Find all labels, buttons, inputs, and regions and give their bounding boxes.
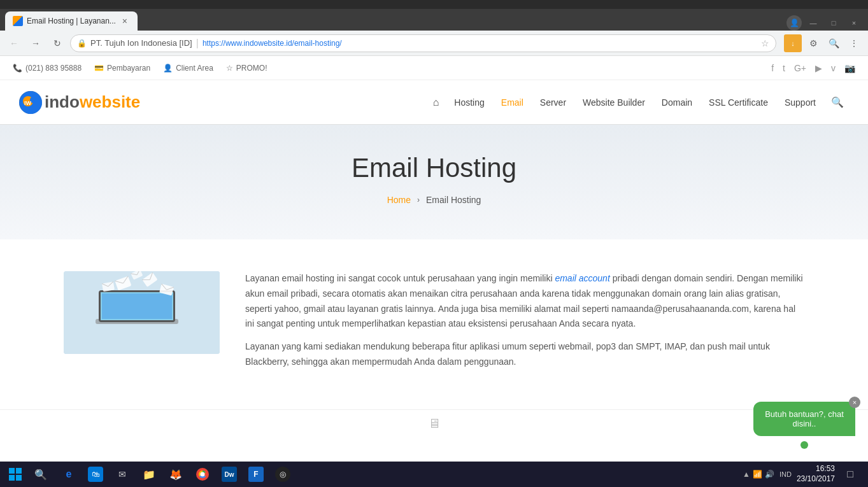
address-domain: PT. Tujuh Ion Indonesia [ID]: [90, 38, 192, 48]
svg-point-30: [201, 472, 205, 477]
youtube-icon[interactable]: ▶: [815, 63, 822, 73]
close-button[interactable]: ×: [845, 16, 863, 30]
svg-rect-24: [9, 468, 15, 474]
menu-dots-button[interactable]: ⋮: [845, 34, 863, 52]
podcast-icon: ◎: [275, 467, 290, 482]
start-button[interactable]: [3, 462, 28, 487]
phone-icon: 📞: [13, 64, 22, 73]
taskbar-clock[interactable]: 16:53 23/10/2017: [797, 464, 835, 484]
address-bar[interactable]: 🔒 PT. Tujuh Ion Indonesia [ID] | https:/…: [70, 34, 776, 52]
client-area-item[interactable]: 👤 Client Area: [163, 64, 213, 73]
chat-indicator-dot: [800, 441, 808, 449]
windows-taskbar: 🔍 e 🛍 ✉ 📁 🦊: [0, 462, 868, 487]
logo-badge: IW: [19, 91, 42, 114]
ie-icon: e: [61, 467, 76, 482]
fb-icon: F: [248, 467, 264, 482]
laptop-illustration: [64, 271, 220, 354]
svg-rect-8: [102, 293, 172, 319]
facebook-icon[interactable]: f: [771, 63, 774, 73]
svg-text:IW: IW: [24, 100, 32, 106]
chrome-icon: [195, 467, 210, 482]
phone-number: (021) 883 95888: [25, 64, 82, 73]
email-hosting-image: [64, 271, 220, 354]
taskbar-app-firefox[interactable]: 🦊: [163, 462, 189, 487]
nav-email[interactable]: Email: [495, 94, 530, 111]
taskbar-app-chrome[interactable]: [190, 462, 215, 487]
scroll-indicator: 🖥: [0, 409, 868, 437]
taskbar-time-display: 16:53: [797, 464, 835, 474]
extension-button-1[interactable]: ↓: [784, 34, 802, 52]
back-button[interactable]: ←: [5, 34, 23, 52]
instagram-icon[interactable]: 📷: [844, 63, 855, 73]
home-nav-icon[interactable]: ⌂: [428, 93, 445, 112]
notification-button[interactable]: □: [840, 464, 860, 484]
maximize-button[interactable]: □: [825, 16, 843, 30]
monitor-icon: 🖥: [428, 416, 441, 431]
hero-section: Email Hosting Home › Email Hosting: [0, 125, 868, 239]
taskbar-app-fb[interactable]: F: [243, 462, 269, 487]
user-profile-button[interactable]: 👤: [786, 15, 802, 31]
tab-bar: Email Hosting | Layanan... × 👤 — □ ×: [0, 9, 868, 31]
chat-bubble[interactable]: × Butuh bantuan?, chat disini..: [753, 402, 855, 436]
content-text: Layanan email hosting ini sangat cocok u…: [245, 271, 804, 378]
vimeo-icon[interactable]: v: [831, 63, 836, 73]
chat-close-button[interactable]: ×: [849, 397, 860, 408]
nav-support[interactable]: Support: [778, 94, 822, 111]
content-section: Layanan email hosting ini sangat cocok u…: [0, 239, 868, 409]
svg-rect-27: [16, 475, 22, 481]
tab-title: Email Hosting | Layanan...: [27, 17, 116, 25]
reload-button[interactable]: ↻: [48, 34, 66, 52]
nav-ssl-certificate[interactable]: SSL Certificate: [702, 94, 774, 111]
nav-hosting[interactable]: Hosting: [448, 94, 490, 111]
google-plus-icon[interactable]: G+: [794, 63, 806, 73]
twitter-icon[interactable]: t: [783, 63, 785, 73]
search-extension-icon[interactable]: 🔍: [825, 34, 843, 52]
tab-close-button[interactable]: ×: [120, 16, 130, 26]
active-tab[interactable]: Email Hosting | Layanan... ×: [5, 11, 138, 31]
taskbar-right: ▲ 📶 🔊 IND 16:53 23/10/2017 □: [743, 464, 865, 484]
chat-widget: × Butuh bantuan?, chat disini..: [753, 402, 855, 449]
promo-item[interactable]: ☆ PROMO!: [226, 64, 267, 73]
payment-icon: 💳: [94, 64, 104, 73]
svg-rect-25: [16, 468, 22, 474]
extension-bar: ↓ ⚙ 🔍 ⋮: [784, 34, 863, 52]
dreamweaver-icon: Dw: [222, 467, 237, 482]
taskbar-date-display: 23/10/2017: [797, 474, 835, 484]
windows-logo-icon: [9, 468, 22, 481]
tab-favicon: [13, 16, 23, 26]
address-separator: |: [196, 38, 199, 49]
logo-text: indowebsite: [45, 92, 140, 112]
taskbar-app-mail[interactable]: ✉: [110, 462, 135, 487]
wifi-icon: 📶: [753, 470, 762, 479]
user-icon: 👤: [163, 64, 173, 73]
nav-domain[interactable]: Domain: [655, 94, 699, 111]
taskbar-app-dw[interactable]: Dw: [217, 462, 242, 487]
site-topbar: 📞 (021) 883 95888 💳 Pembayaran 👤 Client …: [0, 56, 868, 80]
main-nav: IW indowebsite ⌂ Hosting Email Server We…: [0, 80, 868, 125]
nav-server[interactable]: Server: [534, 94, 573, 111]
phone-item: 📞 (021) 883 95888: [13, 64, 82, 73]
taskbar-app-store[interactable]: 🛍: [83, 462, 108, 487]
pembayaran-item[interactable]: 💳 Pembayaran: [94, 64, 150, 73]
bookmark-star-icon[interactable]: ☆: [761, 38, 769, 48]
lock-icon: 🔒: [77, 39, 87, 48]
topbar-left: 📞 (021) 883 95888 💳 Pembayaran 👤 Client …: [13, 64, 758, 73]
breadcrumb-home-link[interactable]: Home: [387, 195, 411, 205]
nav-website-builder[interactable]: Website Builder: [576, 94, 651, 111]
minimize-button[interactable]: —: [804, 16, 822, 30]
volume-icon: 🔊: [765, 470, 774, 479]
breadcrumb-current: Email Hosting: [426, 195, 481, 205]
client-area-label: Client Area: [176, 64, 213, 73]
search-nav-icon[interactable]: 🔍: [826, 92, 849, 112]
taskbar-search-button[interactable]: 🔍: [28, 462, 53, 487]
store-icon: 🛍: [88, 467, 103, 482]
topbar-social: f t G+ ▶ v 📷: [771, 63, 855, 73]
extension-button-2[interactable]: ⚙: [804, 34, 822, 52]
taskbar-app-explorer[interactable]: 📁: [136, 462, 162, 487]
forward-button[interactable]: →: [27, 34, 45, 52]
taskbar-app-ie[interactable]: e: [56, 462, 82, 487]
taskbar-app-podcast[interactable]: ◎: [270, 462, 295, 487]
content-paragraph-2: Layanan yang kami sediakan mendukung beb…: [245, 339, 804, 370]
nav-links: ⌂ Hosting Email Server Website Builder D…: [428, 92, 849, 112]
site-logo[interactable]: IW indowebsite: [19, 91, 140, 114]
